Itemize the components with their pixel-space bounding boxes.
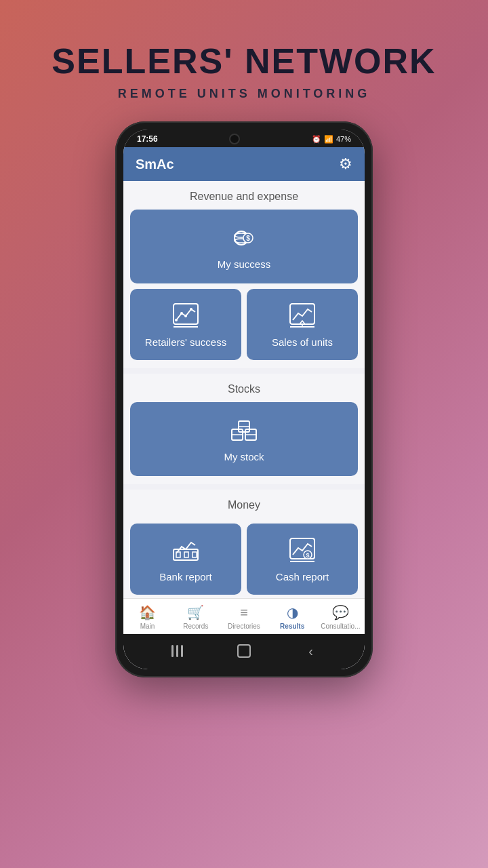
svg-point-9	[180, 312, 183, 315]
directories-nav-icon: ≡	[240, 605, 248, 620]
recent-chevron-icon: ‹	[308, 644, 313, 659]
app-name: SmAc	[136, 157, 174, 172]
svg-point-11	[190, 308, 192, 311]
svg-text:$: $	[306, 552, 309, 559]
revenue-section: Revenue and expense $ My su	[123, 181, 365, 368]
svg-text:$: $	[246, 235, 250, 242]
recent-button[interactable]: ‹	[302, 642, 320, 660]
revenue-section-title: Revenue and expense	[123, 181, 365, 210]
wifi-icon: 📶	[324, 135, 333, 144]
retailers-success-card[interactable]: Retailers' success	[130, 289, 241, 360]
nav-records[interactable]: 🛒 Records	[176, 604, 216, 630]
nav-records-label: Records	[183, 623, 208, 630]
svg-point-8	[175, 319, 178, 321]
cash-report-label: Cash report	[276, 571, 329, 583]
alarm-icon: ⏰	[312, 135, 321, 144]
chart-house-icon	[287, 301, 317, 331]
home-nav-icon: 🏠	[139, 604, 156, 620]
svg-rect-26	[192, 552, 197, 557]
my-stock-card[interactable]: My stock	[130, 402, 358, 476]
back-button[interactable]	[168, 642, 186, 660]
my-success-card[interactable]: $ My success	[130, 210, 358, 283]
bottom-nav: 🏠 Main 🛒 Records ≡ Directories ◑ Results…	[123, 598, 365, 634]
phone-frame: 17:56 ⏰ 📶 47% SmAc ⚙ Revenue and expense	[115, 121, 373, 677]
page-title: SELLERS' NETWORK	[52, 41, 436, 81]
page-subtitle: REMOTE UNITS MONITORING	[52, 87, 436, 101]
home-button[interactable]	[235, 642, 253, 660]
sales-of-units-card[interactable]: Sales of units	[247, 289, 358, 360]
chart-icon	[171, 301, 201, 331]
status-indicators: ⏰ 📶 47%	[312, 135, 351, 144]
bank-report-card[interactable]: Bank report	[130, 524, 241, 595]
bank-report-label: Bank report	[159, 571, 212, 583]
svg-rect-25	[184, 552, 188, 557]
phone-screen: 17:56 ⏰ 📶 47% SmAc ⚙ Revenue and expense	[123, 130, 365, 669]
nav-main-label: Main	[140, 623, 155, 630]
camera-notch	[229, 134, 240, 144]
money-section-content: Bank report $ Cash report	[123, 524, 365, 598]
consultation-nav-icon: 💬	[332, 604, 349, 620]
cash-icon: $	[287, 536, 317, 566]
stocks-section-content: My stock	[123, 402, 365, 484]
revenue-section-content: $ My success	[123, 210, 365, 368]
nav-consultation-label: Consultatio...	[321, 623, 360, 630]
status-bar: 17:56 ⏰ 📶 47%	[123, 130, 365, 147]
my-success-label: My success	[218, 258, 270, 270]
home-square-icon	[237, 644, 251, 658]
header-section: SELLERS' NETWORK REMOTE UNITS MONITORING	[52, 41, 436, 101]
nav-consultation[interactable]: 💬 Consultatio...	[320, 604, 361, 630]
battery-text: 47%	[336, 135, 351, 143]
svg-marker-14	[300, 321, 305, 324]
nav-main[interactable]: 🏠 Main	[127, 604, 168, 630]
svg-rect-23	[174, 549, 198, 560]
back-lines-icon	[171, 645, 184, 657]
records-nav-icon: 🛒	[187, 604, 204, 620]
coins-icon: $	[229, 223, 259, 253]
my-stock-label: My stock	[224, 451, 264, 462]
stocks-section-title: Stocks	[123, 374, 365, 402]
svg-point-10	[184, 315, 187, 317]
money-section: Money Bank report	[123, 490, 365, 598]
nav-directories[interactable]: ≡ Directories	[224, 605, 264, 630]
svg-rect-7	[174, 304, 198, 324]
money-section-title: Money	[123, 490, 365, 518]
results-nav-icon: ◑	[287, 604, 298, 620]
cash-report-card[interactable]: $ Cash report	[247, 524, 358, 595]
retailers-success-label: Retailers' success	[145, 336, 226, 348]
nav-results[interactable]: ◑ Results	[272, 604, 312, 630]
stocks-section: Stocks My stock	[123, 374, 365, 484]
sales-of-units-label: Sales of units	[272, 336, 333, 348]
settings-icon[interactable]: ⚙	[339, 155, 352, 173]
app-bar: SmAc ⚙	[123, 147, 365, 181]
nav-results-label: Results	[280, 623, 304, 630]
money-row: Bank report $ Cash report	[130, 524, 358, 595]
revenue-row: Retailers' success Sales of units	[130, 289, 358, 360]
boxes-icon	[229, 416, 259, 446]
main-content: Revenue and expense $ My su	[123, 181, 365, 598]
nav-directories-label: Directories	[228, 623, 260, 630]
bank-icon	[171, 536, 201, 566]
status-time: 17:56	[137, 134, 158, 144]
home-bar: ‹	[123, 634, 365, 669]
